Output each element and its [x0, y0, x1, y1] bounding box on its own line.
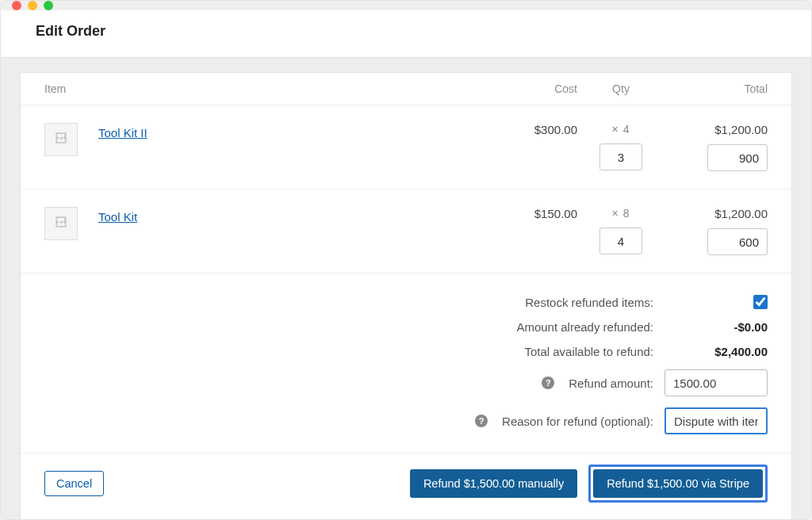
- refund-reason-label: Reason for refund (optional):: [502, 415, 653, 428]
- restock-checkbox[interactable]: [753, 295, 768, 309]
- highlight-frame: Refund $1,500.00 via Stripe: [588, 465, 768, 503]
- table-header: Item Cost Qty Total: [21, 73, 791, 105]
- col-qty: Qty: [577, 82, 665, 95]
- refund-manual-button[interactable]: Refund $1,500.00 manually: [410, 469, 577, 498]
- titlebar: [1, 1, 811, 10]
- already-refunded-label: Amount already refunded:: [516, 320, 653, 334]
- item-cost: $150.00: [490, 207, 577, 220]
- col-total: Total: [665, 82, 768, 95]
- image-icon: [53, 214, 69, 233]
- close-icon[interactable]: [12, 1, 21, 10]
- content: Item Cost Qty Total Tool Kit II $300.00: [1, 58, 811, 520]
- product-link[interactable]: Tool Kit II: [98, 123, 147, 140]
- item-refund-input[interactable]: [707, 228, 768, 255]
- col-cost: Cost: [490, 82, 577, 95]
- available-refund-label: Total available to refund:: [524, 345, 653, 358]
- minimize-icon[interactable]: [28, 1, 37, 10]
- item-total: $1,200.00: [714, 123, 768, 136]
- item-qty-input[interactable]: [599, 143, 642, 170]
- product-thumb: [44, 123, 78, 156]
- item-cost: $300.00: [490, 123, 577, 136]
- already-refunded-value: -$0.00: [665, 320, 768, 334]
- refund-stripe-button[interactable]: Refund $1,500.00 via Stripe: [593, 469, 763, 498]
- refund-summary: Restock refunded items: Amount already r…: [21, 273, 791, 448]
- item-qty-label: × 4: [612, 123, 630, 136]
- available-refund-value: $2,400.00: [665, 345, 768, 358]
- image-icon: [53, 130, 69, 149]
- help-icon[interactable]: ?: [475, 415, 488, 427]
- cancel-button[interactable]: Cancel: [44, 471, 104, 496]
- item-qty-input[interactable]: [599, 228, 642, 254]
- product-link[interactable]: Tool Kit: [98, 207, 137, 224]
- order-items-card: Item Cost Qty Total Tool Kit II $300.00: [20, 72, 792, 520]
- window: Edit Order Item Cost Qty Total Tool Kit …: [0, 0, 812, 520]
- refund-amount-input[interactable]: [665, 369, 768, 396]
- product-thumb: [44, 207, 78, 240]
- restock-label: Restock refunded items:: [525, 296, 653, 309]
- maximize-icon[interactable]: [44, 1, 53, 10]
- refund-amount-label: Refund amount:: [569, 377, 653, 390]
- table-row: Tool Kit II $300.00 × 4 $1,200.00: [21, 105, 791, 189]
- help-icon[interactable]: ?: [542, 377, 554, 389]
- item-total: $1,200.00: [714, 207, 768, 220]
- footer: Cancel Refund $1,500.00 manually Refund …: [21, 453, 791, 520]
- page-title: Edit Order: [1, 10, 811, 58]
- col-item: Item: [44, 82, 490, 95]
- item-refund-input[interactable]: [707, 144, 768, 171]
- item-qty-label: × 8: [612, 207, 630, 220]
- refund-reason-input[interactable]: [665, 407, 768, 434]
- table-row: Tool Kit $150.00 × 8 $1,200.00: [21, 189, 791, 273]
